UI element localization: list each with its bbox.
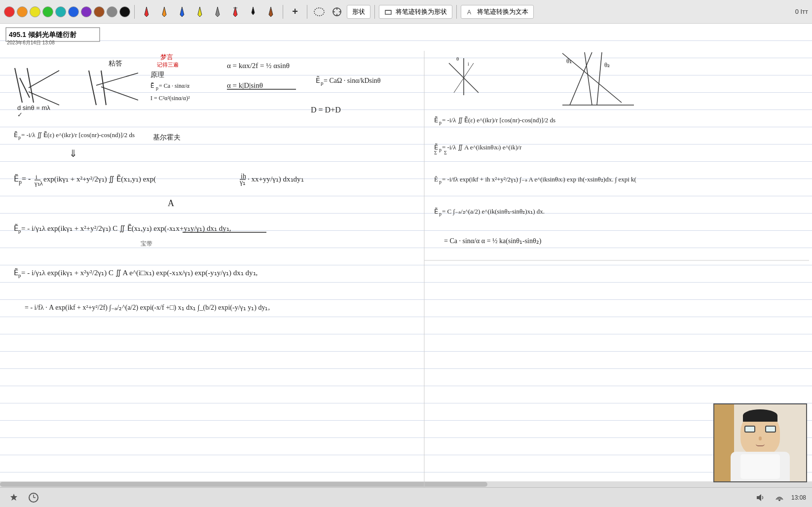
right-ep4-val: = C ∫₋ₐ/₂^(a/2) e^(ik(sinθ₁-sinθ₂)x₁) dx…: [442, 208, 545, 216]
svg-marker-44: [757, 494, 761, 501]
color-purple[interactable]: [81, 6, 92, 17]
svg-marker-0: [145, 7, 148, 17]
toolbar: + 形状 将笔迹转换为形状 A 将笔迹转换为文本: [0, 0, 812, 24]
svg-point-45: [778, 499, 780, 501]
svg-line-18: [29, 71, 59, 88]
kirchhoff-sub: p: [18, 135, 21, 140]
ep-large-1: Ẽ: [14, 174, 19, 183]
taskbar-volume-btn[interactable]: [752, 490, 768, 506]
kirchhoff-eq2: = -i/λ ∬ Ẽ(ε) e^(ikr)/r [cos(nr)-cos(nd)…: [21, 131, 135, 139]
right-ep1-val: = -i/λ ∬ Ẽ(ε) e^(ikr)/r [cos(nr)-cos(nd)…: [442, 116, 555, 124]
pen-tool-6[interactable]: [227, 4, 243, 20]
right-sum2: Σ: [444, 150, 447, 155]
ep-a-val: = - i/γ₁λ exp(ikγ₁ + x²y²/2γ₁) C ∬ A e^(…: [21, 269, 258, 277]
color-teal[interactable]: [55, 6, 66, 17]
taskbar-settings-btn[interactable]: [6, 490, 22, 506]
double-arrow: ⇓: [69, 148, 77, 159]
alpha-eq-main: α = kαx/2f = ½ αsinθ: [227, 62, 290, 70]
pen-tool-7[interactable]: [245, 4, 261, 20]
label-A: A: [168, 198, 174, 208]
ep-eq-1: = Ca · sinα/α: [159, 82, 190, 89]
ep-c-val: = - i/γ₁λ exp(ikγ₁ + x²+y²/2γ₁) C ∬ Ẽ(x₁…: [21, 224, 231, 233]
taskbar-network-btn[interactable]: [772, 490, 787, 506]
svg-marker-8: [269, 7, 273, 17]
theta1-label: θ₁: [566, 57, 572, 65]
divider-1: [134, 5, 135, 19]
alpha-D-eq: α = k|D|sinθ: [227, 81, 263, 89]
webcam-body: [731, 452, 790, 481]
taskbar-clock-btn[interactable]: [26, 490, 41, 506]
webcam-face: [740, 412, 780, 456]
ep-large-end: · xx+yy/γ₁) dx₁dy₁: [248, 175, 304, 183]
theta-label-tl: θ: [456, 56, 459, 62]
i-formula: I = C²α²(sinα/α)²: [150, 95, 190, 102]
pen-tool-3[interactable]: [174, 4, 190, 20]
kirchhoff-eq: Ẽ: [14, 131, 18, 139]
color-blue[interactable]: [68, 6, 79, 17]
color-black[interactable]: [119, 6, 130, 17]
color-green[interactable]: [42, 6, 53, 17]
taskbar: 13:08: [0, 487, 812, 507]
canvas-area[interactable]: 495.1 倾斜光单缝衍射 2023年6月14日 13:08 梦言 记得三遍 粘…: [0, 24, 812, 487]
right-ep3-val: = -i/fλ exp(ikf + ih x²+y²/2γ₁) ∫₋ₐ A e^…: [442, 176, 636, 183]
pen-tool-4[interactable]: [192, 4, 208, 20]
right-ep3-sub: p: [439, 179, 442, 184]
label-sticky: 粘答: [109, 59, 122, 67]
pen-tool-5[interactable]: [210, 4, 225, 20]
svg-line-25: [101, 87, 138, 100]
right-ep2-val: = -i/λ ∬ A e^(iksinθᵢxᵢ) e^(ik)/r: [442, 144, 522, 151]
divider-5: [456, 5, 457, 19]
svg-marker-5: [233, 7, 237, 17]
svg-rect-14: [385, 10, 391, 14]
svg-text:A: A: [467, 9, 471, 16]
color-gray[interactable]: [107, 6, 117, 17]
label-baodai: 宝带: [141, 240, 152, 247]
shape-button[interactable]: 形状: [347, 5, 370, 19]
right-ep1-sub: p: [439, 120, 442, 125]
svg-marker-2: [180, 7, 184, 17]
ep-frac-bot: γ₁: [239, 179, 246, 186]
date-text: 2023年6月14日 13:08: [7, 40, 55, 45]
svg-marker-1: [162, 7, 166, 17]
eq-dsin: d sinθ = mλ: [17, 104, 50, 111]
ep-a-eq: Ẽ: [14, 268, 18, 277]
right-eq5: = Ca · sinα/α α = ½ ka(sinθ₁-sinθ₂): [444, 237, 542, 245]
right-sum1: Σ: [434, 150, 437, 155]
title-text: 495.1 倾斜光单缝衍射: [9, 31, 77, 38]
stroke-to-shape-button[interactable]: 将笔迹转换为形状: [379, 5, 452, 19]
ep-large-eq1: = -: [22, 175, 31, 183]
taskbar-time: 13:08: [791, 494, 806, 501]
svg-marker-40: [10, 494, 17, 501]
right-ep4: Ẽ: [434, 208, 438, 215]
pen-tool-2[interactable]: [156, 4, 172, 20]
add-button[interactable]: +: [287, 4, 303, 20]
svg-marker-3: [198, 7, 202, 17]
svg-line-36: [597, 52, 602, 105]
color-orange[interactable]: [17, 6, 28, 17]
stroke-to-text-button[interactable]: A 将笔迹转换为文本: [461, 5, 534, 19]
lasso-tool[interactable]: [311, 4, 327, 20]
svg-line-22: [89, 71, 96, 105]
counter-label: 0 Iтт: [795, 8, 808, 15]
svg-marker-4: [216, 7, 220, 17]
ep-ca-val: = CaΩ · sinα/kDsinθ: [324, 77, 381, 84]
svg-line-17: [20, 78, 30, 98]
pen-tool-1[interactable]: [139, 4, 154, 20]
annotation-sub: 记得三遍: [157, 62, 179, 68]
ep-ca-eq: Ẽ: [316, 76, 320, 84]
divider-3: [307, 5, 307, 19]
color-red[interactable]: [4, 6, 15, 17]
content: 495.1 倾斜光单缝衍射 2023年6月14日 13:08 梦言 记得三遍 粘…: [0, 24, 812, 487]
right-ep3: Ê: [434, 176, 438, 183]
color-yellow[interactable]: [30, 6, 40, 17]
label-kirchhoff: 基尔霍夫: [153, 133, 181, 141]
color-brown[interactable]: [94, 6, 105, 17]
select-tool[interactable]: [329, 4, 345, 20]
ep-sub-1: p: [156, 85, 158, 91]
theta-sub-tl: i: [468, 61, 469, 67]
pen-tool-8[interactable]: [263, 4, 279, 20]
ep-final-eq: = - i/fλ · A exp(ikf + x²+y²/2f) ∫₋ₐ/₂^(…: [25, 304, 270, 312]
ep-large-denom: γ₁λ: [34, 180, 43, 187]
label-principle: 原理: [150, 71, 164, 78]
ep-large-exp1: exp(ikγ₁ + x²+y²/2γ₁) ∬ Ẽ(x₁,y₁) exp(: [43, 175, 156, 183]
